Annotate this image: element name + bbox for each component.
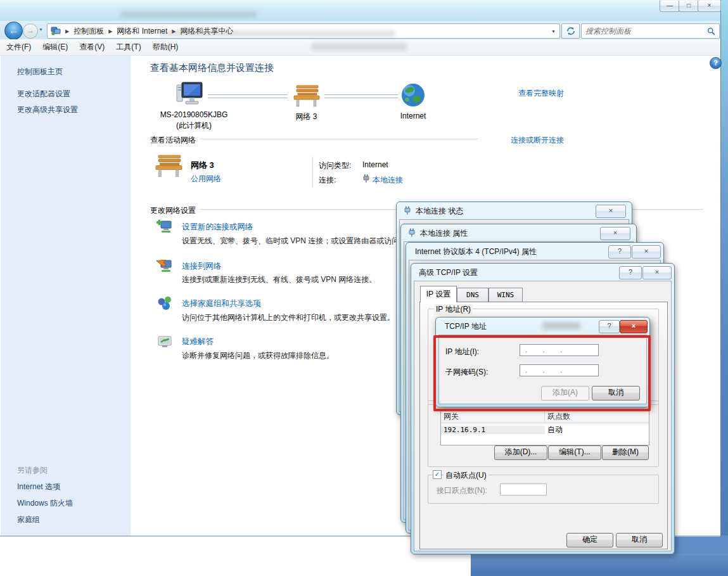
- edit-gateway-button[interactable]: 编辑(T)...: [548, 445, 601, 460]
- map-connector: [324, 94, 398, 98]
- troubleshoot-desc: 诊断并修复网络问题，或获得故障排除信息。: [182, 350, 396, 361]
- interface-metric-label: 接口跃点数(N):: [437, 485, 487, 496]
- close-icon[interactable]: ×: [632, 245, 661, 259]
- gateway-table-header: 网关 跃点数: [441, 410, 649, 423]
- menu-view[interactable]: 查看(V): [79, 42, 105, 53]
- access-type-value: Internet: [362, 160, 388, 169]
- menu-help[interactable]: 帮助(H): [153, 42, 179, 53]
- page-title: 查看基本网络信息并设置连接: [150, 62, 274, 74]
- sidebar-item-control-panel-home[interactable]: 控制面板主页: [17, 67, 63, 77]
- map-connector: [208, 94, 288, 98]
- close-icon[interactable]: ×: [620, 320, 648, 333]
- sidebar-item-change-adapter-settings[interactable]: 更改适配器设置: [17, 89, 70, 99]
- computer-sublabel: (此计算机): [155, 120, 233, 131]
- gateway-value: 192.16.9.1: [441, 426, 545, 434]
- connect-to-network-link[interactable]: 连接到网络: [182, 261, 222, 272]
- refresh-icon: [566, 27, 575, 35]
- network-type-link[interactable]: 公用网络: [191, 174, 221, 184]
- help-icon[interactable]: ?: [608, 245, 631, 259]
- divider: [200, 139, 478, 139]
- internet-label: Internet: [388, 112, 438, 120]
- crumb-control-panel[interactable]: 控制面板: [73, 26, 104, 37]
- setup-new-connection-desc: 设置无线、宽带、拨号、临时或 VPN 连接；或设置路由器或访问点。: [182, 236, 396, 246]
- computer-icon[interactable]: [173, 81, 205, 108]
- menu-file[interactable]: 文件(F): [6, 42, 31, 53]
- homegroup-options-desc: 访问位于其他网络计算机上的文件和打印机，或更改共享设置。: [182, 312, 396, 323]
- help-icon[interactable]: ?: [619, 266, 642, 279]
- redaction-smudge: [120, 11, 257, 18]
- connect-to-network-desc: 连接到或重新连接到无线、有线、拨号或 VPN 网络连接。: [182, 274, 396, 285]
- ip-address-group-label: IP 地址(R): [434, 304, 473, 315]
- add-gateway-button[interactable]: 添加(D)...: [494, 445, 547, 460]
- view-full-map-link[interactable]: 查看完整映射: [482, 88, 564, 99]
- connections-label: 连接:: [319, 175, 336, 186]
- delete-gateway-button[interactable]: 删除(M): [602, 445, 649, 460]
- gateway-column: 网关: [441, 410, 545, 423]
- gateway-row[interactable]: 192.16.9.1 自动: [441, 423, 649, 436]
- dialog-title: 高级 TCP/IP 设置: [419, 267, 478, 278]
- redaction-smudge: [542, 322, 580, 330]
- homegroup-options-link[interactable]: 选择家庭组和共享选项: [182, 298, 261, 309]
- setup-new-connection-link[interactable]: 设置新的连接或网络: [182, 222, 253, 233]
- adapter-plug-icon: [404, 205, 411, 215]
- breadcrumb-dropdown-icon[interactable]: ▼: [551, 29, 556, 34]
- redaction-smudge: [312, 43, 407, 51]
- sidebar-item-homegroup[interactable]: 家庭组: [17, 515, 40, 525]
- minimize-button[interactable]: —: [660, 1, 680, 12]
- nav-history-chevron-icon[interactable]: ▼: [39, 27, 43, 32]
- sidebar-item-internet-options[interactable]: Internet 选项: [17, 482, 60, 492]
- help-icon[interactable]: ?: [710, 57, 722, 69]
- troubleshoot-link[interactable]: 疑难解答: [182, 336, 214, 347]
- highlight-rectangle: [433, 335, 651, 411]
- homegroup-icon: [157, 295, 174, 312]
- active-networks-header: 查看活动网络: [150, 135, 196, 146]
- adapter-plug-icon: [362, 174, 370, 183]
- close-button[interactable]: ×: [698, 1, 721, 12]
- crumb-separator-icon: ▶: [65, 29, 69, 34]
- search-input[interactable]: [582, 27, 707, 35]
- divider: [312, 157, 313, 188]
- menu-tools[interactable]: 工具(T): [116, 42, 141, 53]
- interface-metric-input[interactable]: [500, 483, 547, 496]
- back-button[interactable]: ←: [4, 22, 23, 40]
- help-icon[interactable]: ?: [599, 320, 620, 333]
- internet-globe-icon[interactable]: [400, 82, 426, 108]
- crumb-separator-icon: ▶: [108, 29, 112, 34]
- active-network-name: 网络 3: [191, 160, 214, 171]
- adapter-plug-icon: [408, 227, 416, 238]
- tab-wins[interactable]: WINS: [489, 288, 523, 303]
- desktop-bottom: [471, 553, 728, 576]
- network-label: 网络 3: [279, 112, 333, 122]
- refresh-button[interactable]: [561, 23, 580, 39]
- metric-column: 跃点数: [545, 410, 649, 423]
- tab-dns[interactable]: DNS: [457, 288, 489, 303]
- search-icon[interactable]: [707, 27, 715, 35]
- cancel-button[interactable]: 取消: [616, 533, 663, 547]
- menu-edit[interactable]: 编辑(E): [42, 42, 68, 53]
- network-bench-icon[interactable]: [292, 84, 321, 108]
- redaction-smudge: [160, 30, 395, 37]
- window-titlebar: [0, 0, 720, 22]
- gateway-table[interactable]: 网关 跃点数 192.16.9.1 自动: [440, 409, 649, 445]
- troubleshoot-icon: [157, 335, 174, 350]
- new-connection-icon: [156, 219, 174, 235]
- auto-metric-label: 自动跃点(U): [444, 470, 489, 481]
- sidebar-item-change-advanced-sharing[interactable]: 更改高级共享设置: [17, 105, 78, 115]
- access-type-label: 访问类型:: [319, 160, 351, 171]
- search-box[interactable]: [581, 23, 720, 39]
- close-icon[interactable]: ×: [642, 266, 672, 279]
- screen: — □ × ← → ▼ ▶ 控制面板 ▶ 网络和 Internet ▶ 网络和共…: [0, 0, 728, 576]
- change-settings-header: 更改网络设置: [150, 205, 196, 216]
- tab-ip-settings[interactable]: IP 设置: [420, 286, 457, 302]
- desktop-right-strip: [720, 0, 728, 576]
- maximize-button[interactable]: □: [679, 1, 699, 12]
- ok-button[interactable]: 确定: [566, 533, 613, 547]
- forward-button[interactable]: →: [23, 23, 38, 39]
- dialog-title: 本地连接 状态: [416, 206, 463, 217]
- sidebar-item-windows-firewall[interactable]: Windows 防火墙: [17, 498, 73, 509]
- auto-metric-checkbox[interactable]: ✓: [433, 470, 442, 479]
- close-icon[interactable]: ×: [600, 227, 630, 240]
- connect-disconnect-link[interactable]: 连接或断开连接: [482, 135, 564, 146]
- local-connection-link[interactable]: 本地连接: [373, 175, 403, 186]
- close-icon[interactable]: ×: [596, 205, 626, 218]
